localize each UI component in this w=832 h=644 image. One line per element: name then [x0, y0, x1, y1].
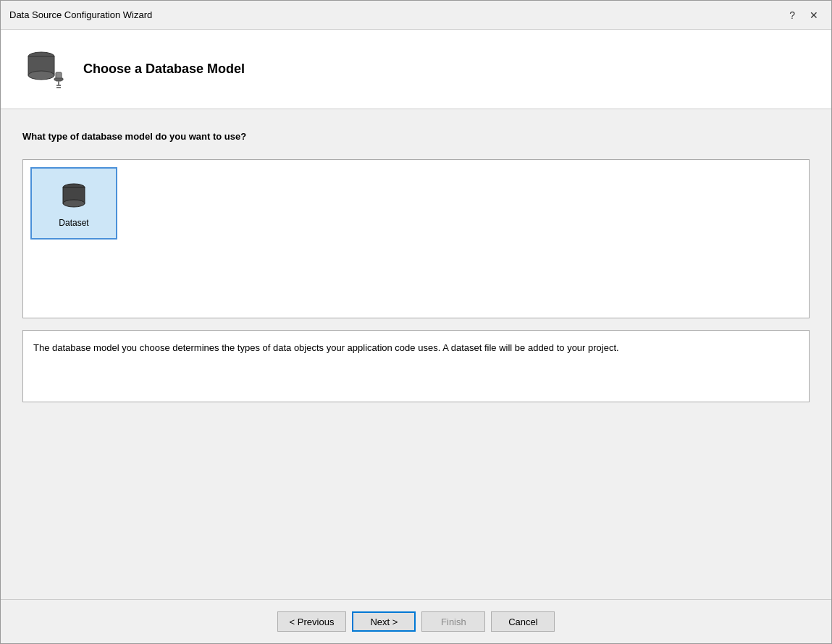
question-label: What type of database model do you want …	[22, 131, 810, 148]
svg-rect-4	[54, 78, 63, 80]
dataset-cylinder-icon	[58, 180, 90, 212]
cancel-button[interactable]: Cancel	[491, 611, 555, 632]
model-selection-area[interactable]: Dataset	[22, 159, 810, 318]
title-bar: Data Source Configuration Wizard ? ✕	[1, 1, 831, 30]
window-title: Data Source Configuration Wizard	[9, 9, 152, 20]
previous-button[interactable]: < Previous	[277, 611, 347, 632]
header-icon	[22, 46, 69, 93]
footer-section: < Previous Next > Finish Cancel	[1, 599, 831, 643]
dialog-window: Data Source Configuration Wizard ? ✕ Cho…	[0, 0, 832, 644]
header-title: Choose a Database Model	[83, 62, 245, 77]
title-bar-controls: ? ✕	[785, 9, 823, 22]
description-text: The database model you choose determines…	[33, 341, 799, 355]
description-area: The database model you choose determines…	[22, 330, 810, 402]
content-section: What type of database model do you want …	[1, 109, 831, 599]
header-section: Choose a Database Model	[1, 30, 831, 109]
finish-button[interactable]: Finish	[421, 611, 485, 632]
svg-point-10	[63, 200, 85, 207]
next-button[interactable]: Next >	[352, 611, 416, 632]
dataset-model-item[interactable]: Dataset	[30, 167, 117, 240]
datasource-icon	[22, 46, 69, 93]
dataset-model-label: Dataset	[59, 218, 88, 228]
dataset-model-icon	[56, 179, 91, 213]
svg-point-2	[28, 71, 54, 80]
close-button[interactable]: ✕	[805, 9, 823, 22]
help-button[interactable]: ?	[785, 9, 799, 22]
